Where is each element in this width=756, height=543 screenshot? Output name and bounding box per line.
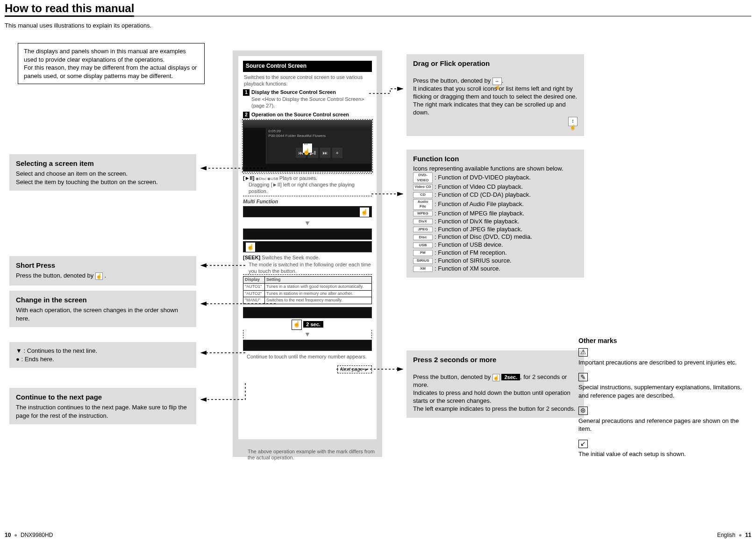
play-note: Dragging [►II] left or right changes the… bbox=[243, 181, 372, 195]
callout-press-2sec: Press 2 seconds or more Press the button… bbox=[407, 350, 584, 418]
page-number-left: 10 bbox=[5, 532, 11, 538]
function-badge: XM bbox=[413, 266, 433, 272]
callout-title: Function Icon bbox=[413, 154, 578, 164]
seek-note: The mode is switched in the following or… bbox=[243, 261, 372, 275]
text: Press the button, denoted by bbox=[16, 272, 95, 279]
hand-icon: ☝ bbox=[292, 320, 302, 330]
footer-right: English ● 11 bbox=[717, 532, 751, 538]
example-page-panel: Source Control Screen Switches to the so… bbox=[233, 50, 382, 457]
bullet: ● bbox=[13, 532, 19, 538]
callout-drag-flick: Drag or Flick operation Press the button… bbox=[407, 54, 584, 136]
mark-text: The initial value of each setup is shown… bbox=[578, 450, 747, 458]
step-1-note: See <How to Display the Source Control S… bbox=[243, 96, 372, 109]
hand-updown-icon: ↕☝ bbox=[413, 117, 578, 131]
page-title: How to read this manual bbox=[5, 2, 134, 15]
function-icon-row: DVD-VIDEO: Function of DVD-VIDEO playbac… bbox=[413, 172, 578, 183]
th-display: Display bbox=[243, 277, 265, 284]
footer-left: 10 ● DNX9980HD bbox=[5, 532, 53, 538]
seek-desc: Switches the Seek mode. bbox=[262, 255, 320, 260]
callout-selecting-item: Selecting a screen item Select and choos… bbox=[9, 154, 196, 191]
function-icon-row: MPEG: Function of MPEG file playback. bbox=[413, 210, 578, 218]
function-icon-row: DivX: Function of DivX file playback. bbox=[413, 218, 578, 226]
step-1: 1Display the Source Control Screen bbox=[243, 89, 372, 96]
function-desc: : Function of MPEG file playback. bbox=[435, 210, 524, 218]
function-desc: : Function of DivX file playback. bbox=[435, 218, 519, 226]
th-setting: Setting bbox=[265, 277, 372, 284]
function-badge: USB bbox=[413, 243, 433, 248]
callout-function-icon: Function Icon Icons representing availab… bbox=[407, 150, 584, 278]
example-page-content: Source Control Screen Switches to the so… bbox=[238, 56, 377, 439]
bullet: ● bbox=[737, 532, 743, 538]
other-mark-item: ↙The initial value of each setup is show… bbox=[578, 440, 747, 458]
mock-ui-screen: 0:05:20P00:0044 Folder Beautiful Flowers… bbox=[243, 120, 372, 171]
two-sec-tag: 2 sec. bbox=[303, 321, 323, 328]
function-badge: DivX bbox=[413, 219, 433, 224]
multi-strip: ☝ bbox=[243, 206, 372, 217]
mark-icon: ⊜ bbox=[578, 407, 588, 415]
mark-text: Special instructions, supplementary expl… bbox=[578, 383, 747, 400]
play-desc: Plays or pauses. bbox=[279, 175, 317, 181]
callout-title: Short Press bbox=[16, 261, 190, 270]
function-badge: MPEG bbox=[413, 211, 433, 216]
page-number-right: 11 bbox=[745, 532, 751, 538]
function-desc: : Function of Video CD playback. bbox=[435, 183, 523, 191]
seek-label: [SEEK] bbox=[243, 255, 260, 260]
plus-icon: + bbox=[332, 148, 342, 158]
play-item: [►II] ◉Disc ◉USB Plays or pauses. Draggi… bbox=[243, 173, 372, 196]
callout-title: Press 2 seconds or more bbox=[413, 355, 578, 364]
multi-strip bbox=[243, 229, 372, 240]
function-desc: : Function of USB device. bbox=[435, 241, 503, 249]
function-icon-row: JPEG: Function of JPEG file playback. bbox=[413, 226, 578, 234]
mark-icon: ⚠ bbox=[578, 348, 588, 357]
callout-short-press: Short Press Press the button, denoted by… bbox=[9, 256, 196, 286]
function-badge: DVD-VIDEO bbox=[413, 172, 433, 183]
other-mark-item: ✎Special instructions, supplementary exp… bbox=[578, 373, 747, 400]
callout-body: Press the button, denoted by ☝ 2sec., fo… bbox=[413, 366, 578, 413]
function-desc: : Function of CD (CD-DA) playback. bbox=[435, 191, 531, 199]
function-badge: Disc bbox=[413, 235, 433, 240]
callout-title: Selecting a screen item bbox=[16, 159, 190, 168]
function-badge: SIRIUS bbox=[413, 258, 433, 264]
td: Tunes in stations in memory one after an… bbox=[265, 290, 372, 297]
callout-continues-ends: ▼ : Continues to the next line. ● : Ends… bbox=[9, 342, 196, 368]
function-icon-row: Disc: Function of Disc (DVD, CD) media. bbox=[413, 233, 578, 241]
disclaimer-box: The displays and panels shown in this ma… bbox=[18, 43, 205, 84]
function-desc: : Function of Disc (DVD, CD) media. bbox=[435, 233, 532, 241]
time-readout: 0:05:20 bbox=[268, 129, 281, 133]
other-mark-item: ⊜General precautions and reference pages… bbox=[578, 407, 747, 433]
model-name: DNX9980HD bbox=[21, 532, 53, 538]
function-icon-row: Audio File: Function of Audio File playb… bbox=[413, 199, 578, 210]
text: Press the button, denoted by bbox=[413, 373, 492, 380]
callout-title: Drag or Flick operation bbox=[413, 59, 578, 68]
callout-body: With each operation, the screen changes … bbox=[16, 306, 190, 322]
hand-icon-inline: ☝ bbox=[492, 374, 500, 381]
seek-row: [SEEK] Switches the Seek mode. bbox=[243, 254, 372, 261]
callout-body: The instruction continues to the next pa… bbox=[16, 403, 190, 420]
other-marks-section: Other marks ⚠Important precautions are d… bbox=[578, 336, 747, 464]
func-intro: Icons representing available functions a… bbox=[413, 165, 578, 173]
td: Switches to the next frequency manually. bbox=[265, 297, 372, 304]
chevron-down-icon: ▼ bbox=[243, 330, 372, 338]
function-badge: Video CD bbox=[413, 184, 433, 190]
line: ▼ : Continues to the next line. bbox=[16, 347, 190, 355]
callout-body: Select and choose an item on the screen.… bbox=[16, 170, 190, 186]
function-badge: Audio File bbox=[413, 199, 433, 210]
mark-icon: ✎ bbox=[578, 373, 588, 381]
function-desc: : Function of FM reception. bbox=[435, 249, 507, 257]
caption-below-panel: The above operation example with the mar… bbox=[248, 449, 378, 461]
hand-icon-inline: ☝ bbox=[95, 272, 103, 280]
text: . bbox=[104, 272, 106, 279]
text: Press the button, denoted by bbox=[413, 77, 492, 84]
callout-body: Press the button, denoted by ↔☝. It indi… bbox=[413, 70, 578, 117]
line: ● : Ends here. bbox=[16, 355, 190, 364]
mark-text: General precautions and reference pages … bbox=[578, 417, 747, 433]
hand-flick-icon: ↔☝ bbox=[302, 143, 313, 153]
other-marks-title: Other marks bbox=[578, 336, 747, 345]
function-badge: CD bbox=[413, 192, 433, 198]
play-label: [►II] bbox=[243, 175, 254, 181]
function-icon-row: FM: Function of FM reception. bbox=[413, 249, 578, 257]
language-label: English bbox=[717, 532, 735, 538]
function-icon-list: DVD-VIDEO: Function of DVD-VIDEO playbac… bbox=[413, 172, 578, 272]
source-control-sub: Switches to the source control screen to… bbox=[243, 72, 372, 89]
seek-mode-table: DisplaySetting "AUTO1"Tunes in a station… bbox=[243, 276, 372, 304]
